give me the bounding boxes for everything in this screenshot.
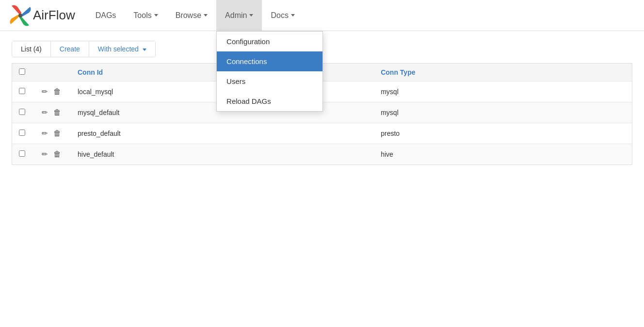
edit-button[interactable]: ✏ <box>40 128 50 139</box>
row-checkbox-cell <box>12 123 32 144</box>
row-actions-cell: ✏ 🗑 <box>32 144 71 165</box>
delete-button[interactable]: 🗑 <box>51 128 63 139</box>
row-checkbox-cell <box>12 102 32 123</box>
row-checkbox[interactable] <box>19 150 25 157</box>
select-all-checkbox[interactable] <box>19 68 25 75</box>
edit-button[interactable]: ✏ <box>40 86 50 97</box>
nav-admin-wrapper: Admin Configuration Connections Users Re… <box>216 0 262 31</box>
nav-item-dags[interactable]: DAGs <box>87 0 125 31</box>
row-checkbox[interactable] <box>19 109 25 115</box>
delete-button[interactable]: 🗑 <box>51 149 63 160</box>
row-checkbox-cell <box>12 144 32 165</box>
create-button[interactable]: Create <box>51 41 89 57</box>
nav-item-admin[interactable]: Admin <box>216 0 262 31</box>
with-selected-caret-icon <box>143 49 146 51</box>
brand-logo-link[interactable]: AirFlow <box>8 3 75 28</box>
conn-id-cell: presto_default <box>71 123 374 144</box>
browse-caret-icon <box>204 14 208 16</box>
delete-button[interactable]: 🗑 <box>51 86 63 97</box>
dropdown-item-reload-dags[interactable]: Reload DAGs <box>217 91 322 111</box>
row-checkbox[interactable] <box>19 88 25 94</box>
conn-id-cell: hive_default <box>71 144 374 165</box>
nav-item-tools[interactable]: Tools <box>125 0 166 31</box>
select-all-header <box>12 64 32 82</box>
actions-header <box>32 64 71 82</box>
svg-point-0 <box>18 14 22 17</box>
conn-type-cell: mysql <box>374 82 632 102</box>
docs-caret-icon <box>291 14 295 16</box>
dropdown-item-configuration[interactable]: Configuration <box>217 32 322 51</box>
table-row: ✏ 🗑 presto_default presto <box>12 123 632 144</box>
conn-type-cell: presto <box>374 123 632 144</box>
conn-type-cell: hive <box>374 144 632 165</box>
conn-type-header plain: Conn Type <box>374 64 632 82</box>
edit-button[interactable]: ✏ <box>40 149 50 160</box>
row-checkbox-cell <box>12 82 32 102</box>
list-button[interactable]: List (4) <box>12 41 51 57</box>
nav-item-docs[interactable]: Docs <box>262 0 303 31</box>
admin-caret-icon <box>249 14 253 16</box>
tools-caret-icon <box>154 14 158 16</box>
row-actions-cell: ✏ 🗑 <box>32 82 71 102</box>
toolbar: List (4) Create With selected <box>12 41 156 57</box>
table-row: ✏ 🗑 hive_default hive <box>12 144 632 165</box>
nav-items: DAGs Tools Browse Admin Configuration Co… <box>87 0 304 31</box>
dropdown-item-users[interactable]: Users <box>217 71 322 91</box>
navbar: AirFlow DAGs Tools Browse Admin Configur… <box>0 0 644 31</box>
brand-name: AirFlow <box>33 8 75 23</box>
row-actions-cell: ✏ 🗑 <box>32 123 71 144</box>
conn-type-cell: mysql <box>374 102 632 123</box>
nav-item-browse[interactable]: Browse <box>167 0 216 31</box>
delete-button[interactable]: 🗑 <box>51 107 63 118</box>
row-actions-cell: ✏ 🗑 <box>32 102 71 123</box>
dropdown-item-connections[interactable]: Connections <box>217 51 322 71</box>
with-selected-button[interactable]: With selected <box>89 41 155 57</box>
airflow-logo-icon <box>8 3 33 28</box>
admin-dropdown-menu: Configuration Connections Users Reload D… <box>216 31 323 112</box>
edit-button[interactable]: ✏ <box>40 107 50 118</box>
row-checkbox[interactable] <box>19 130 25 136</box>
